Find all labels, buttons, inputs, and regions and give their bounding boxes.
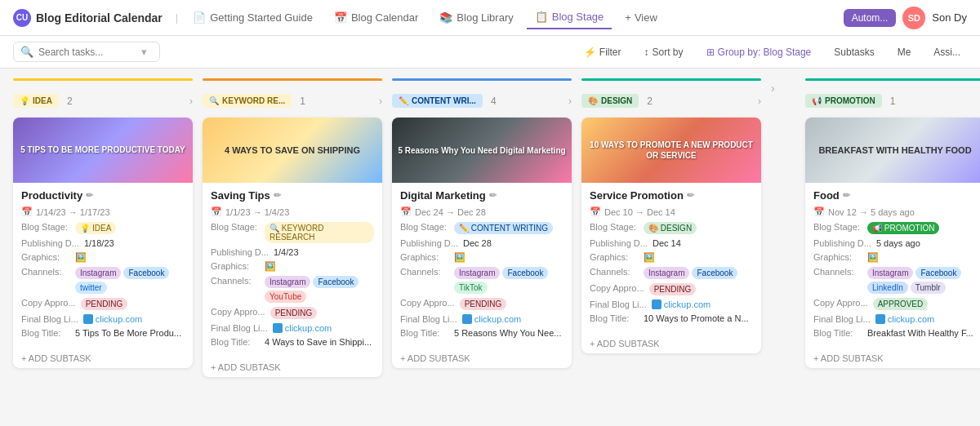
filter-icon: ⚡ (584, 47, 596, 58)
add-subtask-service[interactable]: + ADD SUBTASK (581, 334, 761, 353)
card-row-stage-digital: Blog Stage: ✏️ CONTENT WRITING (400, 222, 564, 234)
card-row-stage-food: Blog Stage: 📢 PROMOTION (813, 222, 977, 234)
col-collapse-idea[interactable]: › (189, 95, 193, 107)
card-row-finallink-productivity: Final Blog Li... clickup.com (21, 314, 185, 324)
card-row-graphics-saving: Graphics: 🖼️ (211, 261, 374, 272)
stage-pill-service: 🎨 DESIGN (644, 222, 697, 234)
stage-pill-food: 📢 PROMOTION (867, 222, 939, 234)
stage-badge-design: 🎨 DESIGN (581, 94, 639, 108)
tab-blog-stage[interactable]: 📋 Blog Stage (527, 6, 612, 29)
channel-instagram: Instagram (75, 267, 121, 279)
toolbar: 🔍 ▾ ⚡ Filter ↕ Sort by ⊞ Group by: Blog … (0, 36, 980, 69)
channel-facebook: Facebook (123, 267, 169, 279)
app-logo: CU (13, 9, 31, 27)
card-date-saving: 📅 1/1/23 → 1/4/23 (211, 206, 374, 217)
tab-blog-library[interactable]: 📚 Blog Library (431, 7, 521, 29)
card-row-graphics-service: Graphics: 🖼️ (590, 252, 753, 263)
add-subtask-saving[interactable]: + ADD SUBTASK (203, 357, 382, 377)
card-row-pubdate-saving: Publishing D... 1/4/23 (211, 247, 374, 257)
card-row-finallink-food: Final Blog Li... clickup.com (813, 314, 977, 324)
subtasks-button[interactable]: Subtasks (827, 43, 880, 61)
assign-button[interactable]: Assi... (927, 43, 967, 61)
card-image-text-productivity: 5 TIPS TO BE MORE PRODUCTIVE TODAY (17, 142, 189, 158)
add-subtask-digital[interactable]: + ADD SUBTASK (392, 348, 572, 368)
card-row-copy-productivity: Copy Appro... PENDING (21, 298, 185, 310)
sort-icon: ↕ (644, 47, 649, 58)
col-divider-design (581, 78, 761, 81)
card-row-finallink-digital: Final Blog Li... clickup.com (400, 314, 564, 324)
card-title-digital: Digital Marketing ✏ (400, 189, 564, 202)
column-idea: 💡 IDEA 2 › 5 TIPS TO BE MORE PRODUCTIVE … (13, 78, 193, 416)
card-title-service: Service Promotion ✏ (590, 189, 753, 202)
card-row-blogtitle-digital: Blog Title: 5 Reasons Why You Nee... (400, 328, 564, 338)
card-row-blogtitle-service: Blog Title: 10 Ways to Promote a N... (590, 313, 753, 323)
board: 💡 IDEA 2 › 5 TIPS TO BE MORE PRODUCTIVE … (0, 69, 980, 426)
edit-icon-saving[interactable]: ✏ (274, 190, 281, 201)
chevron-down-icon: ▾ (141, 46, 147, 58)
add-view-button[interactable]: + View (617, 7, 666, 29)
search-input[interactable] (38, 47, 136, 58)
card-row-blogtitle-saving: Blog Title: 4 Ways to Save in Shippi... (211, 337, 374, 347)
filter-button[interactable]: ⚡ Filter (577, 43, 628, 61)
card-image-digital: 5 Reasons Why You Need Digital Marketing (392, 118, 572, 183)
stage-badge-idea: 💡 IDEA (13, 94, 59, 108)
group-icon: ⊞ (706, 47, 715, 58)
col-collapse-keyword[interactable]: › (379, 95, 382, 107)
card-row-pubdate-service: Publishing D... Dec 14 (590, 238, 753, 248)
final-link-food[interactable]: clickup.com (875, 314, 934, 324)
card-image-productivity: 5 TIPS TO BE MORE PRODUCTIVE TODAY (13, 118, 193, 183)
card-row-graphics-food: Graphics: 🖼️ (813, 252, 977, 263)
me-button[interactable]: Me (891, 43, 918, 61)
card-image-service: 10 WAYS TO PROMOTE A NEW PRODUCT OR SERV… (581, 118, 761, 183)
stage-pill-digital: ✏️ CONTENT WRITING (454, 222, 553, 234)
edit-icon-service[interactable]: ✏ (687, 190, 694, 201)
card-row-pubdate-digital: Publishing D... Dec 28 (400, 238, 564, 248)
group-button[interactable]: ⊞ Group by: Blog Stage (700, 43, 818, 61)
card-row-copy-saving: Copy Appro... PENDING (211, 307, 374, 319)
final-link-service[interactable]: clickup.com (652, 300, 710, 309)
copy-badge-saving: PENDING (270, 307, 318, 319)
final-link-saving[interactable]: clickup.com (273, 323, 332, 333)
app-title: Blog Editorial Calendar (36, 11, 163, 24)
calendar-icon: 📅 (334, 11, 347, 24)
automation-button[interactable]: Autom... (844, 9, 897, 27)
channels-saving: Instagram Facebook YouTube (265, 276, 374, 303)
sort-button[interactable]: ↕ Sort by (638, 43, 690, 61)
edit-icon-food[interactable]: ✏ (843, 190, 850, 201)
channels-productivity: Instagram Facebook twitter (75, 267, 185, 294)
card-digital-marketing: 5 Reasons Why You Need Digital Marketing… (392, 118, 572, 368)
avatar: SD (902, 7, 925, 29)
card-body-saving: Saving Tips ✏ 📅 1/1/23 → 1/4/23 Blog Sta… (203, 183, 382, 357)
copy-badge-service: PENDING (649, 283, 697, 295)
edit-icon-productivity[interactable]: ✏ (86, 190, 93, 201)
channels-service: Instagram Facebook (644, 267, 737, 279)
card-image-text-food: BREAKFAST WITH HEALTHY FOOD (812, 138, 978, 162)
card-row-channels-saving: Channels: Instagram Facebook YouTube (211, 276, 374, 303)
add-subtask-productivity[interactable]: + ADD SUBTASK (13, 348, 193, 368)
final-link-digital[interactable]: clickup.com (462, 314, 521, 324)
card-row-pubdate-food: Publishing D... 5 days ago (813, 238, 977, 248)
col-collapse-content[interactable]: › (568, 95, 572, 107)
final-link-productivity[interactable]: clickup.com (83, 314, 142, 324)
card-date-productivity: 📅 1/14/23 → 1/17/23 (21, 206, 185, 217)
channel-twitter: twitter (75, 282, 107, 294)
column-header-content: ✏️ CONTENT WRI... 4 › (392, 91, 572, 111)
copy-badge-food: APPROVED (873, 298, 929, 310)
add-subtask-food[interactable]: + ADD SUBTASK (805, 348, 980, 368)
col-divider-keyword (203, 78, 382, 81)
card-row-copy-food: Copy Appro... APPROVED (813, 298, 977, 310)
card-date-service: 📅 Dec 10 → Dec 14 (590, 206, 753, 217)
tab-blog-calendar[interactable]: 📅 Blog Calendar (326, 7, 426, 29)
copy-badge-productivity: PENDING (81, 298, 128, 310)
column-header-idea: 💡 IDEA 2 › (13, 91, 193, 111)
col-divider-promotion (805, 78, 980, 81)
col-collapse-design[interactable]: › (758, 95, 761, 107)
tab-getting-started[interactable]: 📄 Getting Started Guide (185, 7, 321, 29)
card-row-pubdate-productivity: Publishing D... 1/18/23 (21, 238, 185, 248)
col-expand-arrow[interactable]: › (771, 82, 775, 95)
edit-icon-digital[interactable]: ✏ (489, 190, 497, 201)
stage-badge-promotion: 📢 PROMOTION (805, 94, 882, 108)
col-divider-idea (13, 78, 193, 81)
search-box[interactable]: 🔍 ▾ (13, 42, 160, 62)
card-body-service: Service Promotion ✏ 📅 Dec 10 → Dec 14 Bl… (581, 183, 761, 334)
